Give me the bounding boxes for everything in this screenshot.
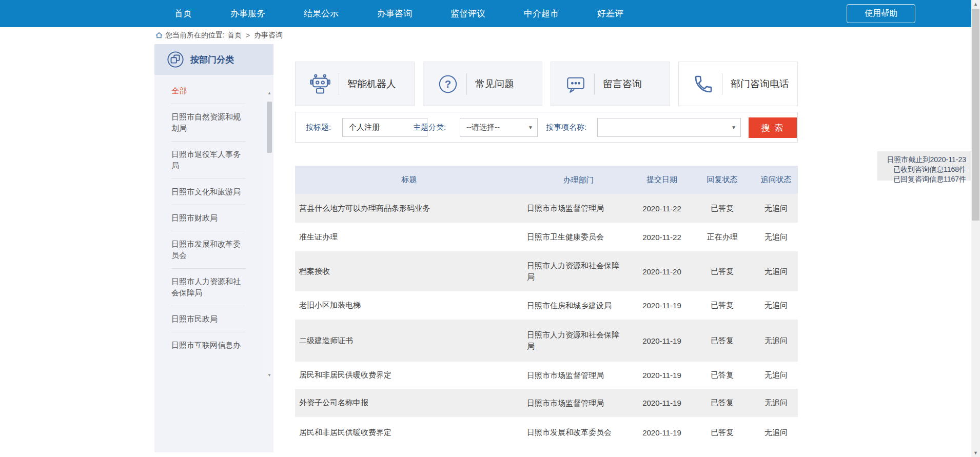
table-row: 居民和非居民供暖收费界定 日照市发展和改革委员会 2020-11-19 已答复 …	[295, 417, 798, 448]
row-follow-status: 无追问	[754, 223, 798, 251]
row-title[interactable]: 准生证办理	[295, 223, 523, 251]
row-follow-status: 无追问	[754, 291, 798, 320]
sidebar-list: 全部 日照市自然资源和规划局 日照市退役军人事务局 日照市文化和旅游局 日照市财…	[154, 75, 273, 358]
nav-item-services[interactable]: 办事服务	[230, 8, 265, 19]
message-consult-button[interactable]: 留言咨询	[551, 62, 670, 106]
consultation-stats-box: 日照市截止到2020-11-23 已收到咨询信息1168件 已回复咨询信息116…	[877, 151, 971, 181]
stats-line-3: 已回复咨询信息1167件	[883, 174, 966, 184]
row-dept: 日照市人力资源和社会保障局	[523, 320, 634, 362]
phone-consult-button[interactable]: 部门咨询电话	[678, 62, 798, 106]
table-row: 老旧小区加装电梯 日照市住房和城乡建设局 2020-11-19 已答复 无追问	[295, 291, 798, 320]
row-title[interactable]: 居民和非居民供暖收费界定	[295, 417, 523, 448]
row-dept: 日照市卫生健康委员会	[523, 223, 634, 251]
sidebar-header: 按部门分类	[154, 44, 273, 75]
sidebar-item-development[interactable]: 日照市发展和改革委员会	[171, 231, 246, 269]
row-date: 2020-11-19	[634, 291, 690, 320]
search-button[interactable]: 搜 索	[749, 117, 797, 138]
top-navigation: 首页 办事服务 结果公示 办事咨询 监督评议 中介超市 好差评 使用帮助	[0, 0, 980, 27]
category-select-value: --请选择--	[466, 123, 500, 132]
help-button[interactable]: 使用帮助	[847, 4, 915, 23]
quick-link-label: 智能机器人	[347, 77, 396, 91]
row-date: 2020-11-19	[634, 389, 690, 417]
sidebar-item-human-resources[interactable]: 日照市人力资源和社会保障局	[171, 269, 246, 306]
row-dept: 日照市发展和改革委员会	[523, 417, 634, 448]
row-date: 2020-11-22	[634, 194, 690, 223]
quick-link-label: 部门咨询电话	[731, 77, 789, 91]
col-dept: 办理部门	[523, 166, 634, 194]
title-search-label: 按标题:	[306, 112, 331, 142]
sidebar-item-finance[interactable]: 日照市财政局	[171, 205, 246, 231]
scroll-up-icon[interactable]: ▲	[266, 90, 272, 96]
sidebar-item-civil-affairs[interactable]: 日照市民政局	[171, 306, 246, 332]
breadcrumb-separator: >	[246, 31, 250, 39]
scroll-up-icon[interactable]: ▲	[971, 0, 980, 8]
chevron-down-icon: ▼	[731, 125, 736, 130]
row-reply-status: 已答复	[690, 362, 754, 389]
row-title[interactable]: 老旧小区加装电梯	[295, 291, 523, 320]
row-title[interactable]: 外资子公司名称申报	[295, 389, 523, 417]
sidebar-item-culture-tourism[interactable]: 日照市文化和旅游局	[171, 179, 246, 205]
page-scrollbar-thumb[interactable]	[972, 9, 979, 221]
row-follow-status: 无追问	[754, 320, 798, 362]
faq-button[interactable]: ? 常见问题	[423, 62, 542, 106]
row-dept: 日照市住房和城乡建设局	[523, 291, 634, 320]
row-title[interactable]: 二级建造师证书	[295, 320, 523, 362]
sidebar-title: 按部门分类	[190, 54, 234, 66]
col-follow: 追问状态	[754, 166, 798, 194]
row-follow-status: 无追问	[754, 389, 798, 417]
row-follow-status: 无追问	[754, 362, 798, 389]
row-reply-status: 已答复	[690, 291, 754, 320]
nav-item-home[interactable]: 首页	[174, 8, 192, 19]
stats-line-2: 已收到咨询信息1168件	[883, 165, 966, 174]
table-row: 二级建造师证书 日照市人力资源和社会保障局 2020-11-19 已答复 无追问	[295, 320, 798, 362]
sidebar-scrollbar[interactable]: ▲ ▼	[266, 90, 272, 379]
message-icon	[564, 73, 587, 95]
row-dept: 日照市市场监督管理局	[523, 194, 634, 223]
nav-item-supervision[interactable]: 监督评议	[450, 8, 485, 19]
sidebar-item-internet-office[interactable]: 日照市互联网信息办	[171, 332, 246, 358]
sidebar-item-veterans[interactable]: 日照市退役军人事务局	[171, 142, 246, 179]
svg-text:?: ?	[445, 78, 451, 90]
breadcrumb-home[interactable]: 首页	[227, 31, 242, 40]
sidebar-item-natural-resources[interactable]: 日照市自然资源和规划局	[171, 104, 246, 142]
category-select[interactable]: --请选择-- ▼	[460, 118, 538, 137]
row-title[interactable]: 居民和非居民供暖收费界定	[295, 362, 523, 389]
item-name-select[interactable]: ▼	[597, 118, 741, 137]
nav-item-rating[interactable]: 好差评	[597, 8, 623, 19]
row-date: 2020-11-19	[634, 417, 690, 448]
row-follow-status: 无追问	[754, 194, 798, 223]
table-row: 莒县什么地方可以办理商品条形码业务 日照市市场监督管理局 2020-11-22 …	[295, 194, 798, 223]
nav-item-consult[interactable]: 办事咨询	[377, 8, 412, 19]
nav-item-results[interactable]: 结果公示	[304, 8, 339, 19]
row-title[interactable]: 莒县什么地方可以办理商品条形码业务	[295, 194, 523, 223]
row-reply-status: 已答复	[690, 320, 754, 362]
divider	[339, 73, 339, 95]
sidebar-item-all[interactable]: 全部	[171, 78, 246, 104]
page-scrollbar[interactable]: ▲ ▼	[971, 0, 980, 457]
table-row: 准生证办理 日照市卫生健康委员会 2020-11-22 正在办理 无追问	[295, 223, 798, 251]
search-bar: 按标题: 主题分类: --请选择-- ▼ 按事项名称: ▼ 搜 索	[295, 112, 798, 143]
table-row: 档案接收 日照市人力资源和社会保障局 2020-11-20 已答复 无追问	[295, 251, 798, 291]
row-dept: 日照市市场监督管理局	[523, 362, 634, 389]
divider	[594, 73, 595, 95]
divider	[722, 73, 722, 95]
quick-link-label: 常见问题	[475, 77, 514, 91]
table-row: 居民和非居民供暖收费界定 日照市市场监督管理局 2020-11-19 已答复 无…	[295, 362, 798, 389]
row-title[interactable]: 档案接收	[295, 251, 523, 291]
table-header-row: 标题 办理部门 提交日期 回复状态 追问状态	[295, 166, 798, 194]
breadcrumb: 您当前所在的位置: 首页 > 办事咨询	[155, 29, 285, 42]
breadcrumb-label: 您当前所在的位置:	[165, 31, 225, 40]
category-icon	[167, 51, 184, 68]
question-icon: ?	[437, 73, 459, 95]
row-follow-status: 无追问	[754, 251, 798, 291]
breadcrumb-current: 办事咨询	[254, 31, 283, 40]
chevron-down-icon: ▼	[528, 125, 533, 130]
scroll-down-icon[interactable]: ▼	[266, 372, 272, 379]
nav-item-agency[interactable]: 中介超市	[524, 8, 559, 19]
sidebar-scrollbar-thumb[interactable]	[267, 102, 272, 153]
col-title: 标题	[295, 166, 523, 194]
smart-robot-button[interactable]: 智能机器人	[295, 62, 415, 106]
scroll-down-icon[interactable]: ▼	[971, 449, 980, 457]
row-dept: 日照市市场监督管理局	[523, 389, 634, 417]
item-name-label: 按事项名称:	[546, 112, 586, 142]
